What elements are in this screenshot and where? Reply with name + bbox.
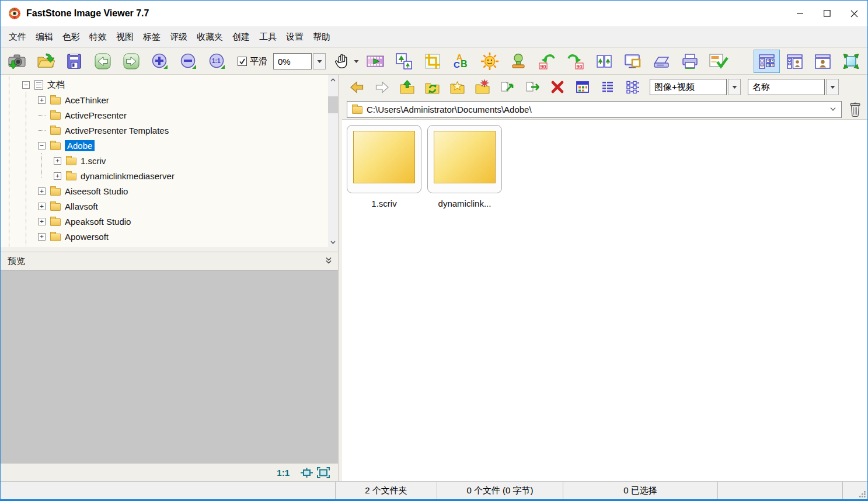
resize-button[interactable] [393, 50, 414, 72]
tree-item[interactable]: −Adobe [1, 138, 328, 153]
menu-item-3[interactable]: 色彩 [58, 32, 85, 43]
annotate-button[interactable]: A C B [451, 50, 472, 72]
zoom-in-button[interactable] [149, 50, 170, 72]
tree-expander-plus-icon[interactable]: + [38, 187, 46, 195]
adjust-colors-button[interactable] [479, 50, 500, 72]
tree-item[interactable]: +AceThinker [1, 92, 328, 107]
file-filter-combo[interactable]: 图像+视频 [650, 79, 741, 95]
save-as-button[interactable] [64, 50, 85, 72]
refresh-folder-button[interactable] [422, 77, 442, 97]
view-mode-browser-button[interactable] [754, 50, 780, 73]
acquire-camera-button[interactable] [6, 50, 27, 72]
tree-expander-plus-icon[interactable]: + [38, 96, 46, 104]
details-view-button[interactable] [623, 77, 643, 97]
folder-thumbnail[interactable]: dynamiclink... [427, 125, 502, 208]
status-cell-3: 0 已选择 [563, 482, 717, 499]
clone-stamp-button[interactable] [508, 50, 529, 72]
tree-item[interactable]: −文档 [1, 77, 328, 92]
menu-item-7[interactable]: 评级 [165, 32, 192, 43]
tree-item-label: dynamiclinkmediaserver [81, 171, 175, 181]
hand-tool-button[interactable] [333, 52, 359, 71]
hand-icon [333, 52, 350, 71]
menu-item-8[interactable]: 收藏夹 [192, 32, 228, 43]
maximize-button[interactable] [814, 1, 841, 26]
preview-fit-window-button[interactable] [317, 467, 330, 478]
tree-expander-plus-icon[interactable]: + [54, 157, 61, 165]
tree-expander-plus-icon[interactable]: + [38, 203, 46, 210]
preview-actual-size-button[interactable] [300, 467, 313, 478]
view-mode-thumbnail-preview-button[interactable] [782, 50, 808, 73]
zoom-out-button[interactable] [178, 50, 199, 72]
tree-item[interactable]: ActivePresenter Templates [1, 123, 328, 138]
zoom-level-combo[interactable]: 0% [273, 53, 326, 69]
tree-item[interactable]: +Apowersoft [1, 229, 328, 244]
scroll-up-button[interactable] [328, 75, 338, 85]
sort-by-combo[interactable]: 名称 [748, 79, 839, 95]
menu-item-2[interactable]: 编辑 [31, 32, 58, 43]
slideshow-button[interactable] [365, 50, 386, 72]
crop-button[interactable] [422, 50, 443, 72]
print-button[interactable] [679, 50, 700, 72]
tree-expander-minus-icon[interactable]: − [22, 81, 30, 89]
menu-item-6[interactable]: 标签 [138, 32, 165, 43]
wallpaper-button[interactable] [622, 50, 643, 72]
recycle-bin-button[interactable] [848, 102, 862, 117]
previous-image-button[interactable] [92, 50, 113, 72]
rotate-right-button[interactable]: 90 [565, 50, 586, 72]
menu-item-1[interactable]: 文件 [4, 32, 31, 43]
scroll-down-button[interactable] [328, 237, 338, 247]
tree-item[interactable]: +Aiseesoft Studio [1, 183, 328, 199]
menu-item-4[interactable]: 特效 [85, 32, 111, 43]
compare-images-button[interactable] [594, 50, 615, 72]
menu-item-12[interactable]: 帮助 [308, 32, 335, 43]
history-forward-button[interactable] [372, 77, 392, 97]
folder-graphic-icon [353, 131, 415, 183]
batch-convert-button[interactable] [708, 50, 729, 72]
menu-item-10[interactable]: 工具 [255, 32, 281, 43]
list-view-button[interactable] [598, 77, 618, 97]
move-to-folder-button[interactable] [522, 77, 542, 97]
next-image-button[interactable] [121, 50, 142, 72]
history-back-button[interactable] [347, 77, 367, 97]
tree-item[interactable]: +1.scriv [1, 153, 328, 168]
file-filter-drop-button[interactable] [728, 79, 741, 95]
tree-expander-minus-icon[interactable]: − [38, 142, 46, 149]
favorites-button[interactable] [447, 77, 467, 97]
tree-item[interactable]: +Apowersoft PDF [1, 244, 328, 247]
menu-item-5[interactable]: 视图 [111, 32, 138, 43]
view-mode-full-preview-button[interactable] [810, 50, 836, 73]
tree-expander-plus-icon[interactable]: + [54, 172, 61, 180]
pane-splitter[interactable] [338, 75, 342, 481]
fullscreen-button[interactable] [838, 50, 864, 73]
path-chevron-down-icon[interactable] [829, 107, 836, 112]
path-combo[interactable]: C:\Users\Administrator\Documents\Adobe\ [347, 101, 842, 118]
zoom-level-drop-button[interactable] [313, 53, 326, 69]
tree-expander-plus-icon[interactable]: + [38, 218, 46, 225]
minimize-button[interactable] [787, 1, 814, 26]
up-folder-button[interactable] [397, 77, 417, 97]
tree-item[interactable]: +dynamiclinkmediaserver [1, 168, 328, 183]
open-file-button[interactable] [35, 50, 56, 72]
menu-item-11[interactable]: 设置 [281, 32, 308, 43]
folder-thumbnail[interactable]: 1.scriv [347, 125, 421, 208]
sort-by-drop-button[interactable] [826, 79, 839, 95]
tree-item[interactable]: +Apeaksoft Studio [1, 214, 328, 229]
thumbnail-view-button[interactable] [573, 77, 592, 97]
menu-item-9[interactable]: 创建 [228, 32, 255, 43]
tree-item[interactable]: +Allavsoft [1, 199, 328, 214]
smooth-toggle[interactable]: 平滑 [238, 56, 267, 67]
preview-collapse-button[interactable] [325, 256, 332, 266]
tree-scrollbar[interactable] [328, 75, 338, 247]
tree-expander-plus-icon[interactable]: + [38, 233, 46, 241]
rotate-left-button[interactable]: 90 [536, 50, 557, 72]
close-button[interactable] [841, 1, 867, 26]
scroll-thumb[interactable] [328, 96, 338, 113]
delete-button[interactable] [548, 77, 567, 97]
scan-button[interactable] [651, 50, 672, 72]
copy-to-folder-button[interactable] [497, 77, 517, 97]
new-folder-button[interactable] [472, 77, 492, 97]
actual-size-button[interactable]: 1:1 [207, 50, 228, 72]
tree-item[interactable]: ActivePresenter [1, 107, 328, 123]
smooth-checkbox[interactable] [238, 57, 247, 66]
resize-grip[interactable] [858, 490, 866, 498]
